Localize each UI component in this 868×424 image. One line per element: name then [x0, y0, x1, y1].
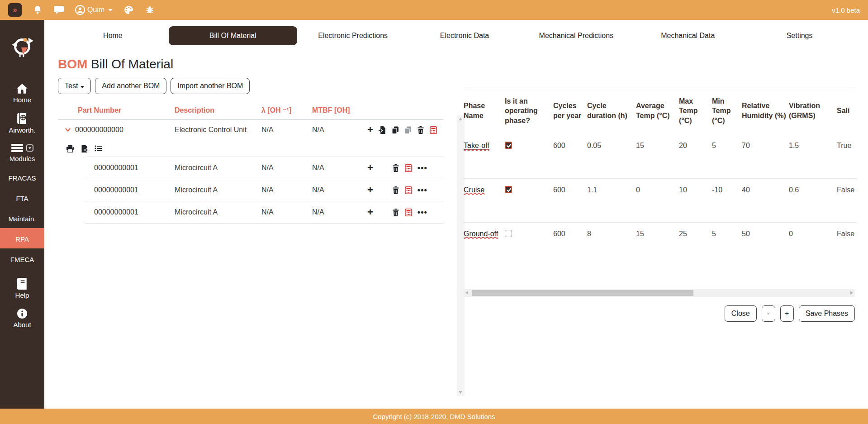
phases-horizontal-scrollbar[interactable]	[464, 289, 855, 297]
vibration-value[interactable]: 0	[789, 222, 837, 264]
saline-value[interactable]: True	[837, 134, 856, 178]
phase-name-field[interactable]: Cruise	[464, 186, 484, 194]
copy-icon[interactable]	[392, 126, 399, 134]
sidebar-item-maintain[interactable]: Maintain.	[0, 208, 44, 228]
average-temp-value[interactable]: 15	[636, 134, 679, 178]
col-phase-name: Phase Name	[464, 87, 505, 134]
tab-bar: Home Bill Of Material Electronic Predict…	[57, 26, 855, 45]
help-book-icon	[17, 278, 28, 290]
vibration-value[interactable]: 0.6	[789, 178, 837, 222]
more-options-icon[interactable]: •••	[417, 210, 427, 214]
more-options-icon[interactable]: •••	[417, 166, 427, 170]
cycle-duration-value[interactable]: 0.05	[587, 134, 636, 178]
paste-icon-disabled[interactable]	[404, 126, 412, 134]
delete-trash-icon[interactable]	[392, 164, 399, 172]
close-button[interactable]: Close	[725, 305, 757, 322]
add-child-button[interactable]: +	[367, 126, 373, 134]
tab-mechanical-predictions[interactable]: Mechanical Predictions	[520, 26, 632, 45]
tab-mechanical-data[interactable]: Mechanical Data	[632, 26, 744, 45]
tab-bill-of-material[interactable]: Bill Of Material	[169, 26, 297, 45]
calculator-icon[interactable]	[405, 186, 412, 194]
cycles-per-year-value[interactable]: 600	[553, 222, 587, 264]
humidity-value[interactable]: 50	[742, 222, 789, 264]
scroll-down-arrow[interactable]	[459, 391, 462, 394]
sidebar-item-fmeca[interactable]: FMECA	[0, 248, 44, 269]
phase-name-field[interactable]: Take-off	[464, 142, 489, 150]
mtbf-value: N/A	[312, 126, 367, 134]
scroll-right-arrow[interactable]	[850, 291, 853, 295]
messages-chat-icon[interactable]	[53, 5, 64, 15]
add-child-button[interactable]: +	[367, 164, 373, 172]
tab-settings[interactable]: Settings	[744, 26, 855, 45]
cycles-per-year-value[interactable]: 600	[553, 134, 587, 178]
sidebar-item-modules[interactable]: Modules	[0, 138, 44, 167]
operating-phase-checkbox[interactable]	[505, 230, 512, 237]
humidity-value[interactable]: 40	[742, 178, 789, 222]
max-temp-value[interactable]: 10	[679, 178, 712, 222]
delete-trash-icon[interactable]	[392, 186, 399, 194]
list-view-icon[interactable]	[95, 145, 103, 152]
average-temp-value[interactable]: 15	[636, 222, 679, 264]
operating-phase-checkbox[interactable]	[505, 186, 512, 193]
min-temp-value[interactable]: 5	[712, 134, 742, 178]
more-options-icon[interactable]: •••	[417, 188, 427, 192]
add-bom-button[interactable]: Add another BOM	[95, 78, 166, 94]
notifications-bell-icon[interactable]	[33, 5, 43, 15]
bug-report-icon[interactable]	[145, 5, 155, 15]
remove-phase-button[interactable]: -	[762, 305, 775, 322]
sidebar-item-about[interactable]: About	[0, 304, 44, 333]
bom-select-dropdown[interactable]: Test	[58, 78, 91, 94]
scroll-left-arrow[interactable]	[465, 291, 468, 295]
saline-value[interactable]: False	[837, 222, 856, 264]
sidebar-item-home[interactable]: Home	[0, 79, 44, 108]
calculator-icon[interactable]	[405, 164, 412, 172]
copyright-text: Copyright (c) 2018-2020, DMD Solutions	[373, 413, 495, 420]
bom-parent-actions	[58, 140, 443, 157]
delete-trash-icon[interactable]	[417, 126, 424, 134]
sidebar-item-fracas[interactable]: FRACAS	[0, 167, 44, 187]
max-temp-value[interactable]: 20	[679, 134, 712, 178]
saline-value[interactable]: False	[837, 178, 856, 222]
min-temp-value[interactable]: 5	[712, 222, 742, 264]
add-child-button[interactable]: +	[367, 186, 373, 194]
sidebar-item-help[interactable]: Help	[0, 273, 44, 304]
calculator-icon[interactable]	[405, 209, 412, 216]
add-phase-button[interactable]: +	[780, 305, 794, 322]
print-icon[interactable]	[66, 145, 74, 152]
scroll-up-arrow[interactable]	[459, 118, 462, 120]
add-child-button[interactable]: +	[367, 208, 373, 216]
import-part-icon[interactable]	[379, 126, 386, 134]
scrollbar-thumb[interactable]	[472, 290, 693, 296]
col-part-number: Part Number	[58, 106, 175, 114]
tab-electronic-data[interactable]: Electronic Data	[409, 26, 521, 45]
import-bom-button[interactable]: Import another BOM	[171, 78, 250, 94]
page-badge: BOM	[58, 57, 87, 71]
bom-toolbar: Test Add another BOM Import another BOM	[58, 78, 250, 94]
phase-name-field[interactable]: Ground-off	[464, 230, 498, 238]
operating-phase-checkbox[interactable]	[505, 142, 512, 149]
theme-palette-icon[interactable]	[123, 5, 134, 15]
sidebar-item-rpa[interactable]: RPA	[0, 228, 44, 248]
max-temp-value[interactable]: 25	[679, 222, 712, 264]
delete-trash-icon[interactable]	[392, 209, 399, 216]
sidebar-item-airworthiness[interactable]: Airworth.	[0, 108, 44, 138]
sidebar-item-fta[interactable]: FTA	[0, 187, 44, 208]
lambda-value: N/A	[261, 208, 312, 216]
save-phases-button[interactable]: Save Phases	[799, 305, 855, 322]
tab-home[interactable]: Home	[57, 26, 169, 45]
min-temp-value[interactable]: -10	[712, 178, 742, 222]
cycle-duration-value[interactable]: 1.1	[587, 178, 636, 222]
vibration-value[interactable]: 1.5	[789, 134, 837, 178]
col-average-temp: Average Temp (°C)	[636, 87, 679, 134]
calculator-icon[interactable]	[430, 126, 437, 134]
average-temp-value[interactable]: 0	[636, 178, 679, 222]
humidity-value[interactable]: 70	[742, 134, 789, 178]
cycle-duration-value[interactable]: 8	[587, 222, 636, 264]
tab-electronic-predictions[interactable]: Electronic Predictions	[297, 26, 409, 45]
cycles-per-year-value[interactable]: 600	[553, 178, 587, 222]
collapse-chevron-icon[interactable]	[64, 126, 71, 133]
col-cycles-per-year: Cycles per year	[553, 87, 587, 134]
user-menu[interactable]: Quim	[75, 5, 113, 15]
export-file-icon[interactable]	[81, 145, 88, 152]
sidebar-collapse-button[interactable]: »	[8, 3, 22, 17]
